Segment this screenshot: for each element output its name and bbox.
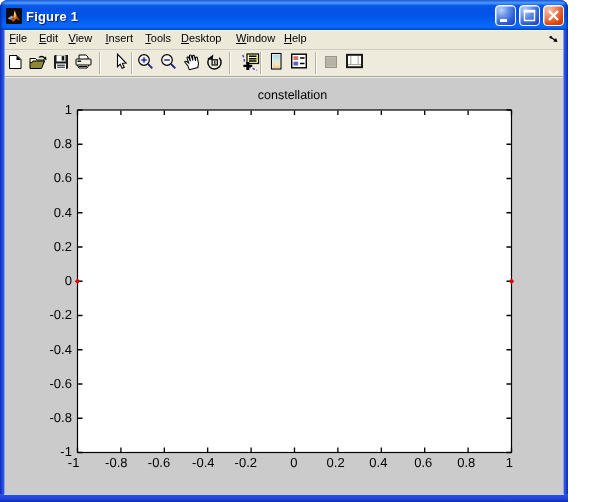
- svg-text:0.6: 0.6: [54, 170, 72, 185]
- svg-text:-0.6: -0.6: [148, 455, 170, 470]
- svg-text:-0.8: -0.8: [105, 455, 127, 470]
- svg-text:-0.8: -0.8: [49, 410, 71, 425]
- svg-text:-0.2: -0.2: [49, 307, 71, 322]
- svg-text:0.2: 0.2: [54, 239, 72, 254]
- svg-text:1: 1: [506, 455, 513, 470]
- svg-text:0.4: 0.4: [369, 455, 387, 470]
- svg-text:0: 0: [65, 273, 72, 288]
- svg-text:-0.4: -0.4: [192, 455, 214, 470]
- svg-text:constellation: constellation: [258, 88, 328, 102]
- svg-text:0.4: 0.4: [54, 205, 72, 220]
- svg-text:0: 0: [290, 455, 297, 470]
- svg-text:-0.2: -0.2: [235, 455, 257, 470]
- svg-text:0.6: 0.6: [414, 455, 432, 470]
- svg-text:1: 1: [65, 102, 72, 117]
- svg-text:-1: -1: [68, 455, 80, 470]
- svg-text:0.2: 0.2: [327, 455, 345, 470]
- svg-text:-0.4: -0.4: [49, 342, 71, 357]
- svg-text:0.8: 0.8: [457, 455, 475, 470]
- svg-text:-0.6: -0.6: [49, 376, 71, 391]
- svg-text:0.8: 0.8: [54, 136, 72, 151]
